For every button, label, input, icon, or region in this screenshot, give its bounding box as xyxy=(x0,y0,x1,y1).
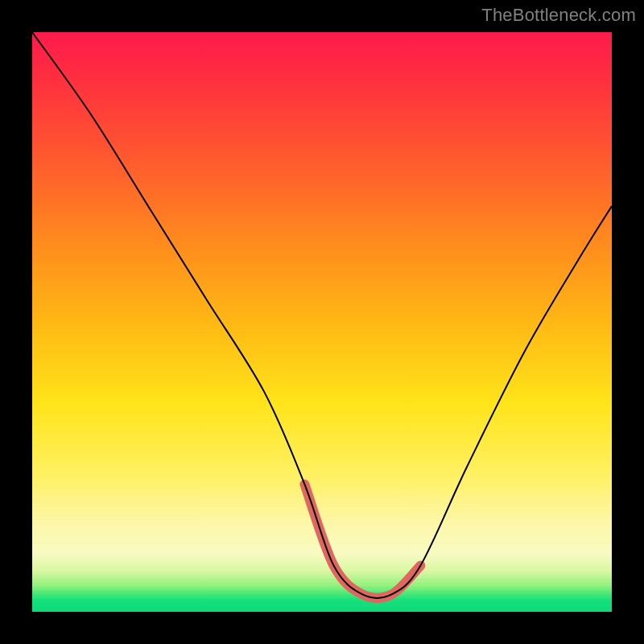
bottleneck-curve-path xyxy=(32,32,612,598)
optimal-region-marker xyxy=(304,485,420,598)
plot-area xyxy=(32,32,612,612)
chart-frame: TheBottleneck.com xyxy=(0,0,644,644)
bottleneck-curve-svg xyxy=(32,32,612,612)
watermark-text: TheBottleneck.com xyxy=(481,5,636,26)
